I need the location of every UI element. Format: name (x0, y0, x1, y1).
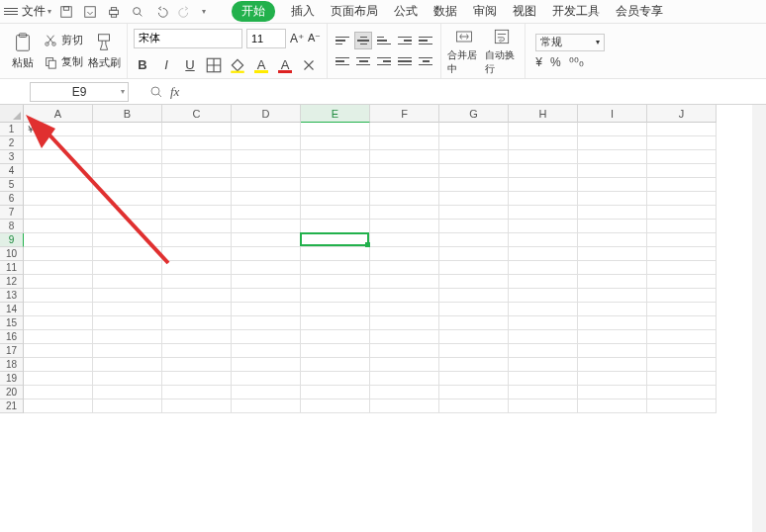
cell[interactable] (162, 372, 232, 386)
cell[interactable] (370, 164, 439, 178)
cell[interactable] (647, 275, 717, 289)
cell[interactable] (578, 178, 647, 192)
cell[interactable] (93, 358, 162, 372)
cell[interactable] (647, 206, 717, 220)
cell[interactable] (647, 261, 717, 275)
col-header-A[interactable]: A (24, 105, 93, 123)
file-menu[interactable]: 文件 (22, 3, 46, 20)
cell[interactable] (647, 123, 717, 136)
tab-view[interactable]: 视图 (513, 3, 536, 20)
cell[interactable] (509, 247, 578, 261)
cell[interactable] (232, 261, 301, 275)
cell[interactable] (509, 136, 578, 150)
cell[interactable] (24, 289, 93, 303)
cell[interactable] (24, 330, 93, 344)
cell[interactable] (439, 399, 509, 413)
cell[interactable] (232, 136, 301, 150)
cell[interactable] (24, 386, 93, 399)
cell[interactable] (439, 386, 509, 399)
cell[interactable] (509, 150, 578, 164)
cell[interactable] (301, 303, 370, 316)
cell[interactable] (162, 275, 232, 289)
row-header-8[interactable]: 8 (0, 220, 24, 233)
row-header-5[interactable]: 5 (0, 178, 24, 192)
cell[interactable] (578, 136, 647, 150)
file-dropdown-icon[interactable]: ▾ (48, 7, 51, 16)
cell[interactable] (578, 316, 647, 330)
row-header-17[interactable]: 17 (0, 344, 24, 358)
cell[interactable] (93, 150, 162, 164)
cell[interactable] (301, 275, 370, 289)
row-header-18[interactable]: 18 (0, 358, 24, 372)
cell[interactable] (370, 344, 439, 358)
cell[interactable] (439, 220, 509, 233)
cell[interactable] (647, 233, 717, 247)
cell[interactable] (578, 164, 647, 178)
cell[interactable] (93, 316, 162, 330)
cell[interactable] (647, 399, 717, 413)
row-header-9[interactable]: 9 (0, 233, 24, 247)
cell[interactable] (232, 316, 301, 330)
preview-icon[interactable] (131, 5, 144, 19)
cell[interactable] (509, 220, 578, 233)
cell[interactable] (647, 178, 717, 192)
cell[interactable] (24, 233, 93, 247)
row-header-21[interactable]: 21 (0, 399, 24, 413)
cell[interactable] (578, 289, 647, 303)
italic-button[interactable]: I (157, 56, 175, 74)
tab-data[interactable]: 数据 (433, 3, 457, 20)
name-box[interactable]: E9▾ (30, 82, 129, 102)
undo-icon[interactable] (154, 5, 168, 19)
cell[interactable] (439, 261, 509, 275)
font-inc-icon[interactable]: A⁺ (290, 32, 304, 45)
fx-icon[interactable]: fx (170, 84, 179, 100)
cell[interactable] (578, 386, 647, 399)
row-header-2[interactable]: 2 (0, 136, 24, 150)
cell[interactable] (647, 372, 717, 386)
cell[interactable] (24, 206, 93, 220)
cell[interactable] (301, 206, 370, 220)
cell[interactable] (439, 233, 509, 247)
cell[interactable] (24, 372, 93, 386)
cell[interactable] (232, 206, 301, 220)
cell[interactable] (24, 399, 93, 413)
copy-button[interactable]: 复制 (44, 52, 83, 72)
row-header-7[interactable]: 7 (0, 206, 24, 220)
cell[interactable] (93, 136, 162, 150)
cell[interactable] (301, 289, 370, 303)
col-header-J[interactable]: J (647, 105, 717, 123)
cell[interactable] (439, 275, 509, 289)
tab-dev[interactable]: 开发工具 (552, 3, 600, 20)
cell[interactable] (647, 330, 717, 344)
cell[interactable] (162, 316, 232, 330)
cell[interactable] (578, 275, 647, 289)
cell[interactable]: ￥ (24, 123, 93, 136)
cell[interactable] (24, 344, 93, 358)
cell[interactable] (509, 123, 578, 136)
tab-insert[interactable]: 插入 (291, 3, 315, 20)
cell[interactable] (93, 386, 162, 399)
cell[interactable] (232, 358, 301, 372)
app-menu-icon[interactable] (4, 8, 18, 15)
cell[interactable] (301, 316, 370, 330)
cell[interactable] (24, 358, 93, 372)
cell[interactable] (93, 206, 162, 220)
cell[interactable] (232, 233, 301, 247)
cell[interactable] (647, 386, 717, 399)
cell[interactable] (370, 399, 439, 413)
cell[interactable] (301, 386, 370, 399)
cell[interactable] (370, 316, 439, 330)
cell[interactable] (162, 330, 232, 344)
redo-icon[interactable] (178, 5, 192, 19)
cell[interactable] (93, 275, 162, 289)
cell[interactable] (24, 247, 93, 261)
cell[interactable] (93, 178, 162, 192)
cell[interactable] (439, 372, 509, 386)
cell[interactable] (162, 150, 232, 164)
cell[interactable] (370, 247, 439, 261)
cell[interactable] (24, 136, 93, 150)
cell[interactable] (24, 220, 93, 233)
font-color-button[interactable]: A (276, 56, 294, 74)
cell[interactable] (232, 275, 301, 289)
cell[interactable] (370, 123, 439, 136)
